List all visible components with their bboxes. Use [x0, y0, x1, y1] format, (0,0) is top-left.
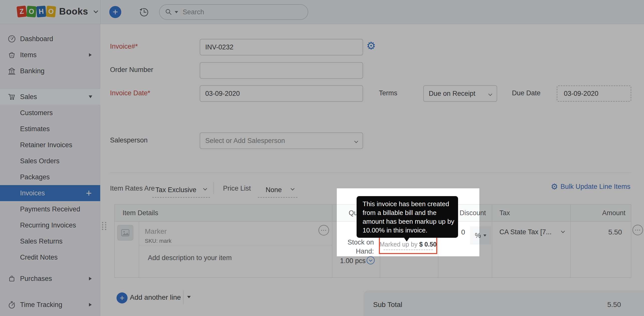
sidebar-item-estimates[interactable]: Estimates: [0, 121, 100, 137]
sidebar-item-invoices[interactable]: Invoices +: [0, 185, 100, 201]
sidebar-item-sales-orders[interactable]: Sales Orders: [0, 153, 100, 169]
discount-unit: %: [475, 232, 481, 240]
org-switcher-chevron-icon[interactable]: [93, 9, 98, 13]
top-bar: Z O H O Books +: [0, 0, 644, 24]
item-rates-select[interactable]: Tax Exclusive: [152, 183, 210, 198]
sidebar-item-sales-returns[interactable]: Sales Returns: [0, 233, 100, 249]
invoice-date-field[interactable]: 03-09-2020: [200, 85, 363, 102]
terms-select[interactable]: Due on Receipt: [423, 85, 497, 102]
sidebar-item-purchases[interactable]: Purchases: [0, 271, 100, 287]
sidebar-item-items[interactable]: Items: [0, 47, 100, 63]
chevron-down-icon: [291, 187, 295, 191]
sidebar-label: Purchases: [20, 275, 52, 283]
header-amount: Amount: [570, 205, 625, 221]
item-rates-value: Tax Exclusive: [155, 186, 196, 194]
header-item-details: Item Details: [123, 205, 158, 221]
subtotal-value: 5.50: [571, 301, 621, 309]
row-more-options-button[interactable]: ⋯: [632, 225, 643, 235]
stock-on-hand-label: Stock on Hand:: [332, 238, 374, 256]
new-invoice-plus-icon[interactable]: +: [86, 188, 92, 199]
quick-create-button[interactable]: +: [109, 6, 121, 18]
due-date-field[interactable]: 03-09-2020: [557, 86, 631, 102]
stopwatch-icon: [8, 300, 16, 309]
header-tax: Tax: [499, 205, 510, 221]
stock-on-hand-value: 1.00 pcs: [338, 257, 366, 265]
item-sku: SKU: mark: [145, 238, 171, 244]
bank-icon: [8, 67, 16, 75]
sidebar-item-retainer-invoices[interactable]: Retainer Invoices: [0, 137, 100, 153]
salesperson-placeholder: Select or Add Salesperson: [205, 137, 285, 145]
sidebar-item-payments-received[interactable]: Payments Received: [0, 201, 100, 217]
salesperson-label: Salesperson: [110, 136, 148, 144]
vertical-divider: [183, 291, 183, 304]
discount-unit-select[interactable]: %: [470, 226, 491, 245]
price-list-label: Price List: [223, 185, 251, 192]
price-list-value: None: [266, 186, 282, 194]
terms-value: Due on Receipt: [429, 90, 475, 98]
sidebar-item-time-tracking[interactable]: Time Tracking: [0, 297, 100, 313]
item-more-options-button[interactable]: ⋯: [318, 225, 329, 235]
order-number-field[interactable]: [200, 62, 363, 79]
price-list-select[interactable]: None: [258, 183, 297, 198]
due-date-value: 03-09-2020: [564, 90, 598, 98]
gear-icon: ⚙: [551, 183, 558, 191]
basket-icon: [8, 51, 16, 59]
chevron-down-icon: [483, 234, 486, 236]
salesperson-select[interactable]: Select or Add Salesperson: [200, 132, 363, 149]
sidebar-item-dashboard[interactable]: Dashboard: [0, 31, 100, 47]
add-line-dropdown-button[interactable]: [187, 296, 191, 298]
sidebar-item-packages[interactable]: Packages: [0, 169, 100, 185]
search-input[interactable]: [183, 8, 278, 16]
chevron-down-icon: [203, 187, 207, 191]
bulk-update-label: Bulk Update Line Items: [561, 183, 630, 191]
invoice-number-settings-gear-icon[interactable]: ⚙: [366, 41, 376, 51]
tax-select[interactable]: CA State Tax [7...: [499, 228, 552, 236]
sidebar-item-customers[interactable]: Customers: [0, 105, 100, 121]
add-line-plus-icon[interactable]: +: [117, 292, 128, 303]
subtotal-label: Sub Total: [373, 301, 402, 309]
sidebar-item-sales[interactable]: Sales: [0, 89, 100, 105]
search-scope-chevron-icon[interactable]: [175, 11, 178, 13]
item-image-placeholder[interactable]: [117, 225, 133, 241]
invoice-number-field[interactable]: INV-0232: [200, 39, 363, 55]
sidebar-label: Banking: [20, 67, 45, 75]
sidebar: Dashboard Items Banking Sales Customers …: [0, 24, 100, 316]
dashed-underline: [384, 250, 433, 250]
sidebar-label: Recurring Invoices: [20, 221, 76, 229]
vertical-divider: [213, 182, 214, 194]
tooltip-arrow: [403, 236, 411, 242]
chevron-down-icon: [354, 139, 358, 143]
sidebar-label: Retainer Invoices: [20, 141, 72, 149]
expand-right-icon: [89, 303, 92, 306]
sidebar-label: Customers: [20, 109, 53, 117]
logo-letter-o2: O: [46, 6, 56, 17]
terms-label: Terms: [379, 89, 397, 97]
sidebar-label: Sales Orders: [20, 157, 60, 165]
item-description-input[interactable]: Add description to your item: [148, 254, 232, 262]
sidebar-label: Sales Returns: [20, 238, 63, 245]
order-number-label: Order Number: [110, 66, 153, 74]
item-name[interactable]: Marker: [145, 227, 167, 235]
sidebar-label: Credit Notes: [20, 254, 58, 261]
sidebar-label: Estimates: [20, 125, 50, 133]
sidebar-item-banking[interactable]: Banking: [0, 63, 100, 79]
sidebar-label: Dashboard: [20, 35, 53, 43]
invoice-number-label: Invoice#*: [110, 43, 138, 50]
section-divider: [110, 173, 631, 173]
stock-accordion-chevron-icon[interactable]: [367, 256, 375, 264]
add-another-line-button[interactable]: Add another line: [130, 293, 181, 301]
cart-icon: [8, 93, 16, 101]
sidebar-label: Payments Received: [20, 205, 80, 213]
global-search[interactable]: [159, 4, 308, 20]
recent-history-icon[interactable]: [138, 7, 149, 18]
sidebar-item-credit-notes[interactable]: Credit Notes: [0, 249, 100, 265]
bulk-update-line-items-link[interactable]: ⚙ Bulk Update Line Items: [551, 183, 630, 191]
sidebar-label: Items: [20, 51, 37, 59]
zoho-books-logo[interactable]: Z O H O Books: [17, 6, 97, 17]
expand-right-icon: [89, 277, 92, 280]
row-drag-handle[interactable]: [102, 222, 106, 230]
due-date-label: Due Date: [512, 89, 541, 97]
topbar-divider: [100, 0, 100, 24]
sidebar-item-recurring-invoices[interactable]: Recurring Invoices: [0, 217, 100, 233]
chevron-down-icon[interactable]: [561, 229, 565, 233]
